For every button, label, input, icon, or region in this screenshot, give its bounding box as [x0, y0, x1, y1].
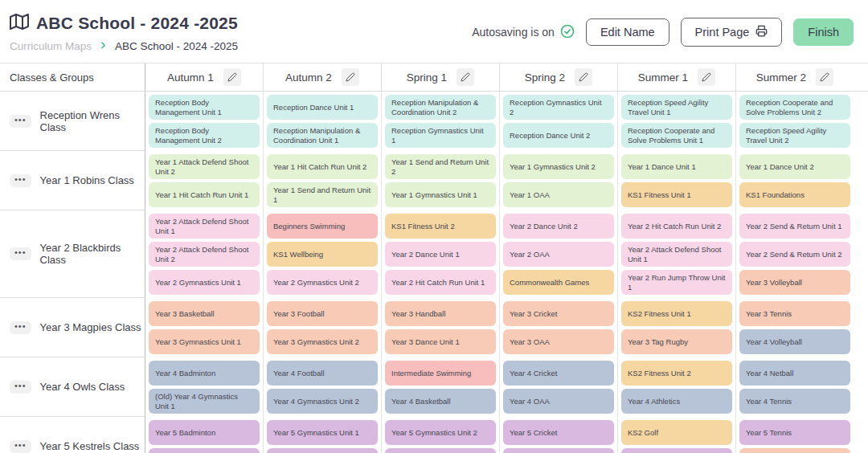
unit-chip[interactable]: Year 1 Attack Defend Shoot Unit 2 [149, 154, 260, 179]
unit-chip[interactable]: Beginners Swimming [267, 214, 378, 239]
unit-chip[interactable]: Year 5 Tennis [739, 420, 850, 445]
unit-chip[interactable]: Reception Manipulation & Coordination Un… [385, 95, 496, 120]
unit-chip[interactable]: Reception Body Management Unit 2 [149, 123, 260, 148]
unit-chip[interactable]: Year 2 Dance Unit 2 [503, 214, 614, 239]
unit-chip[interactable]: Commonwealth Games [503, 270, 614, 295]
unit-chip[interactable]: Year 3 Gymnastics Unit 2 [267, 329, 378, 354]
unit-chip[interactable]: Year 5 Badminton [149, 420, 260, 445]
unit-chip[interactable]: Year 5 Football [385, 448, 496, 453]
unit-chip[interactable]: Year 1 Hit Catch Run Unit 1 [149, 182, 260, 207]
unit-chip[interactable]: Reception Cooperate and Solve Problems U… [739, 95, 850, 120]
unit-chip[interactable]: Year 2 Attack Defend Shoot Unit 1 [621, 242, 732, 267]
unit-chip[interactable]: Year 3 Hockey [739, 448, 850, 453]
finish-button[interactable]: Finish [793, 18, 854, 46]
row-menu-button[interactable]: ••• [10, 321, 31, 334]
row-menu-button[interactable]: ••• [10, 381, 31, 394]
edit-term-pencil-icon[interactable] [342, 68, 359, 86]
edit-term-pencil-icon[interactable] [457, 68, 474, 86]
unit-chip[interactable]: Year 3 Handball [385, 301, 496, 326]
term-cell: Reception Dance Unit 1Reception Manipula… [263, 92, 381, 151]
edit-term-pencil-icon[interactable] [575, 68, 592, 86]
unit-chip[interactable]: Year 3 Dance Unit 1 [385, 329, 496, 354]
unit-chip[interactable]: Year 4 Volleyball [739, 329, 850, 354]
unit-chip[interactable]: Year 1 Send and Return Unit 2 [385, 154, 496, 179]
unit-chip[interactable]: KS1 Wellbeing [267, 242, 378, 267]
class-row: •••Reception Wrens ClassReception Body M… [0, 92, 868, 151]
row-menu-button[interactable]: ••• [10, 247, 31, 260]
unit-chip[interactable]: Year 3 Basketball [149, 301, 260, 326]
unit-chip[interactable]: Reception Speed Agility Travel Unit 1 [621, 95, 732, 120]
unit-chip[interactable]: Year 4 Gymnastics Unit 2 [267, 389, 378, 414]
unit-chip[interactable]: Year 4 Netball [739, 361, 850, 386]
unit-chip[interactable]: Year 2 Attack Defend Shoot Unit 1 [149, 214, 260, 239]
edit-name-button[interactable]: Edit Name [586, 18, 669, 46]
unit-chip[interactable]: Intermediate Swimming [385, 361, 496, 386]
unit-chip[interactable]: Year 2 Send & Return Unit 2 [739, 242, 850, 267]
unit-chip[interactable]: Reception Gymnastics Unit 2 [503, 95, 614, 120]
edit-term-pencil-icon[interactable] [816, 68, 833, 86]
class-cell: •••Year 1 Robins Class [0, 151, 145, 210]
edit-term-pencil-icon[interactable] [223, 68, 241, 86]
unit-chip[interactable]: Year 3 Volleyball [739, 270, 850, 295]
edit-term-pencil-icon[interactable] [698, 68, 715, 86]
unit-chip[interactable]: Year 5 OAA [503, 448, 614, 453]
unit-chip[interactable]: Year 3 OAA [503, 329, 614, 354]
unit-chip[interactable]: Year 5 Cricket [503, 420, 614, 445]
unit-chip[interactable]: KS1 Fitness Unit 1 [621, 182, 732, 207]
unit-chip[interactable]: Year 4 Tennis [739, 389, 850, 414]
unit-chip[interactable]: Reception Dance Unit 1 [267, 95, 378, 120]
unit-chip[interactable]: Year 1 OAA [503, 182, 614, 207]
unit-chip[interactable]: Year 4 Cricket [503, 361, 614, 386]
unit-chip[interactable]: Year 4 Badminton [149, 361, 260, 386]
row-menu-button[interactable]: ••• [10, 440, 31, 453]
unit-chip[interactable]: KS2 Golf [621, 420, 732, 445]
unit-chip[interactable]: Reception Dance Unit 2 [503, 123, 614, 148]
unit-chip[interactable]: Year 3 Tag Rugby [621, 329, 732, 354]
row-menu-button[interactable]: ••• [10, 115, 31, 128]
unit-chip[interactable]: Year 3 Cricket [503, 301, 614, 326]
breadcrumb-parent-link[interactable]: Curriculum Maps [10, 40, 92, 52]
unit-chip[interactable]: Year 2 Hit Catch Run Unit 1 [385, 270, 496, 295]
term-header-spring-2: Spring 2 [499, 63, 617, 91]
unit-chip[interactable]: Reception Body Management Unit 1 [149, 95, 260, 120]
unit-chip[interactable]: Year 5 Basketball [149, 448, 260, 453]
print-page-button[interactable]: Print Page [681, 18, 783, 47]
unit-chip[interactable]: Year 3 Football [267, 301, 378, 326]
unit-chip[interactable]: Year 1 Dance Unit 2 [739, 154, 850, 179]
unit-chip[interactable]: Year 4 Basketball [385, 389, 496, 414]
unit-chip[interactable]: Year 2 Run Jump Throw Unit 1 [621, 270, 732, 295]
unit-chip[interactable]: Year 1 Hit Catch Run Unit 2 [267, 154, 378, 179]
unit-chip[interactable]: Year 5 Dance Unit 1 [267, 448, 378, 453]
unit-chip[interactable]: Reception Manipulation & Coordination Un… [267, 123, 378, 148]
unit-chip[interactable]: Year 5 Netball [621, 448, 732, 453]
unit-chip[interactable]: (Old) Year 4 Gymnastics Unit 1 [149, 389, 260, 414]
unit-chip[interactable]: Year 1 Dance Unit 1 [621, 154, 732, 179]
unit-chip[interactable]: Year 2 Gymnastics Unit 1 [149, 270, 260, 295]
unit-chip[interactable]: Year 2 Send & Return Unit 1 [739, 214, 850, 239]
unit-chip[interactable]: Year 5 Gymnastics Unit 1 [267, 420, 378, 445]
unit-chip[interactable]: Year 2 Attack Defend Shoot Unit 2 [149, 242, 260, 267]
unit-chip[interactable]: Year 3 Gymnastics Unit 1 [149, 329, 260, 354]
unit-chip[interactable]: Year 3 Tennis [739, 301, 850, 326]
unit-chip[interactable]: Reception Gymnastics Unit 1 [385, 123, 496, 148]
class-name: Year 1 Robins Class [40, 174, 134, 186]
unit-chip[interactable]: Year 2 OAA [503, 242, 614, 267]
unit-chip[interactable]: Year 1 Gymnastics Unit 2 [503, 154, 614, 179]
unit-chip[interactable]: Year 5 Gymnastics Unit 2 [385, 420, 496, 445]
unit-chip[interactable]: Year 4 Football [267, 361, 378, 386]
unit-chip[interactable]: KS2 Fitness Unit 1 [621, 301, 732, 326]
unit-chip[interactable]: Reception Cooperate and Solve Problems U… [621, 123, 732, 148]
class-row: •••Year 4 Owls ClassYear 4 Badminton(Old… [0, 357, 868, 417]
unit-chip[interactable]: Reception Speed Agility Travel Unit 2 [739, 123, 850, 148]
unit-chip[interactable]: Year 1 Send and Return Unit 1 [267, 182, 378, 207]
unit-chip[interactable]: Year 4 Athletics [621, 389, 732, 414]
unit-chip[interactable]: Year 2 Hit Catch Run Unit 2 [621, 214, 732, 239]
unit-chip[interactable]: Year 1 Gymnastics Unit 1 [385, 182, 496, 207]
unit-chip[interactable]: Year 2 Dance Unit 1 [385, 242, 496, 267]
unit-chip[interactable]: KS2 Fitness Unit 2 [621, 361, 732, 386]
unit-chip[interactable]: KS1 Foundations [739, 182, 850, 207]
unit-chip[interactable]: Year 2 Gymnastics Unit 2 [267, 270, 378, 295]
row-menu-button[interactable]: ••• [10, 174, 31, 187]
unit-chip[interactable]: KS1 Fitness Unit 2 [385, 214, 496, 239]
unit-chip[interactable]: Year 4 OAA [503, 389, 614, 414]
